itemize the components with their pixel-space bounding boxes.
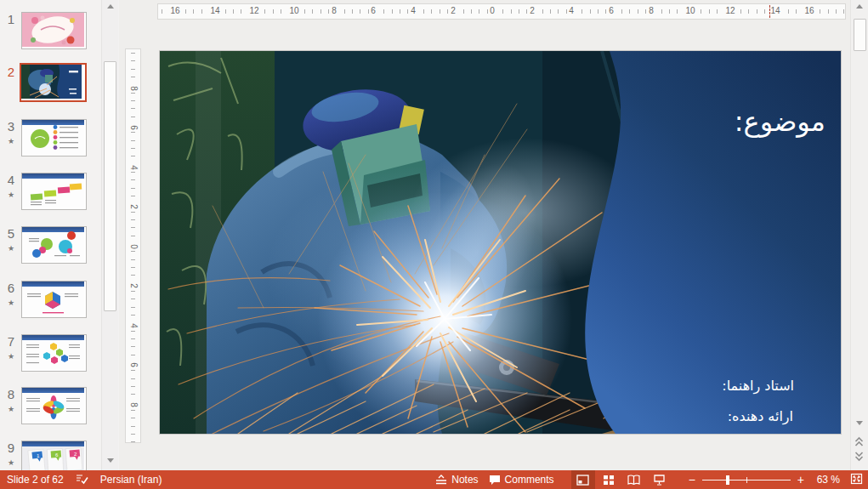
numbered-pins-art: 1 6 2 xyxy=(22,441,84,470)
ruler-label: 4 xyxy=(127,158,139,170)
ruler-label: 6 xyxy=(127,355,139,367)
slide-2-preview[interactable] xyxy=(20,63,87,102)
ruler-label: 2 xyxy=(127,276,139,288)
staggered-tabs-art xyxy=(22,173,84,208)
zoom-in-button[interactable]: + xyxy=(797,474,804,486)
fit-slide-to-window-button[interactable] xyxy=(850,473,863,487)
notes-label: Notes xyxy=(451,474,478,486)
scroll-up-icon[interactable] xyxy=(851,0,868,14)
supervisor-label-text[interactable]: استاد راهنما: xyxy=(722,378,794,394)
slide-thumbnail-7[interactable]: 7 ★ xyxy=(0,334,100,375)
slide-number: 9 xyxy=(3,441,19,456)
slide-thumbnail-1[interactable]: 1 xyxy=(0,12,100,53)
zoom-slider-thumb[interactable] xyxy=(726,475,729,485)
ruler-label: 8 xyxy=(647,5,655,17)
slide-5-preview[interactable] xyxy=(21,226,87,264)
slide-number: 1 xyxy=(3,12,19,27)
scroll-up-icon[interactable] xyxy=(102,0,118,14)
slide-thumbnail-5[interactable]: 5 ★ xyxy=(0,226,100,267)
main-vertical-scrollbar[interactable] xyxy=(850,0,868,470)
next-slide-button[interactable] xyxy=(854,451,865,463)
animation-star-icon: ★ xyxy=(3,244,19,253)
slide-thumbnail-4[interactable]: 4 ★ xyxy=(0,173,100,213)
slide-8-preview[interactable] xyxy=(21,387,87,424)
ruler-label: 10 xyxy=(684,5,696,17)
zoom-slider[interactable] xyxy=(702,475,791,486)
slide-thumbnail-8[interactable]: 8 ★ xyxy=(0,387,100,428)
slide-thumbnail-3[interactable]: 3 ★ xyxy=(0,119,100,160)
slide-number: 4 xyxy=(3,173,19,188)
slide-thumbnail-6[interactable]: 6 ★ xyxy=(0,281,100,321)
ruler-label: 10 xyxy=(287,5,300,17)
ruler-label: 12 xyxy=(247,5,260,17)
slide-counter[interactable]: Slide 2 of 62 xyxy=(7,474,64,486)
ruler-label: 2 xyxy=(127,197,139,209)
ruler-label: 6 xyxy=(607,5,616,17)
thumbnail-panel-scrollbar[interactable] xyxy=(101,0,118,470)
hexagon-pie-art xyxy=(22,281,84,316)
ruler-label: 8 xyxy=(127,79,139,91)
scroll-down-icon[interactable] xyxy=(102,454,118,469)
slide-9-preview[interactable]: 1 6 2 xyxy=(21,441,87,470)
animation-star-icon: ★ xyxy=(3,137,19,145)
welding-title-art xyxy=(21,65,82,99)
zoom-controls: − + 63 % xyxy=(689,474,840,486)
slide-number: 8 xyxy=(3,387,19,402)
reading-view-button[interactable] xyxy=(622,470,646,489)
slide-thumbnail-9[interactable]: 9 ★ 1 6 2 xyxy=(0,441,100,470)
slide-canvas[interactable]: موضوع: استاد راهنما: ارائه دهنده: xyxy=(160,51,841,434)
floral-title-art xyxy=(22,13,84,47)
ruler-label: 4 xyxy=(567,5,576,17)
horizontal-ruler: 16 14 12 10 8 6 4 2 0 2 4 6 8 10 12 14 1… xyxy=(157,3,846,20)
slide-title-text[interactable]: موضوع: xyxy=(735,105,825,138)
scrollbar-thumb[interactable] xyxy=(854,19,866,51)
scrollbar-thumb[interactable] xyxy=(104,61,116,311)
animation-star-icon: ★ xyxy=(3,352,19,361)
ruler-label: 8 xyxy=(127,395,139,407)
circles-art xyxy=(22,227,84,261)
view-shortcuts xyxy=(571,470,672,489)
editing-workspace: 16 14 12 10 8 6 4 2 0 2 4 6 8 10 12 14 1… xyxy=(119,0,851,470)
language-indicator[interactable]: Persian (Iran) xyxy=(100,474,162,486)
slide-number: 3 xyxy=(3,119,19,134)
ruler-label: 8 xyxy=(330,5,338,17)
normal-view-icon xyxy=(576,475,589,486)
comments-label: Comments xyxy=(505,474,554,486)
previous-slide-button[interactable] xyxy=(854,435,865,447)
bullet-list-art xyxy=(22,120,84,154)
fit-window-icon xyxy=(850,473,863,485)
slide-7-preview[interactable] xyxy=(21,334,87,372)
animation-star-icon: ★ xyxy=(3,190,19,199)
comments-button[interactable]: Comments xyxy=(489,474,554,486)
vertical-ruler: 8 6 4 2 0 2 4 6 8 xyxy=(125,48,141,443)
notes-button[interactable]: Notes xyxy=(435,474,478,486)
hexagon-cluster-art xyxy=(22,335,84,369)
zoom-out-button[interactable]: − xyxy=(689,474,695,486)
slide-4-preview[interactable] xyxy=(21,173,87,210)
slide-3-preview[interactable] xyxy=(21,119,87,156)
ruler-label: 2 xyxy=(528,5,536,17)
slide-number: 5 xyxy=(3,226,19,242)
slide-sorter-view-button[interactable] xyxy=(597,470,621,489)
normal-view-button[interactable] xyxy=(571,470,595,489)
ruler-label: 6 xyxy=(369,5,377,17)
scroll-down-icon[interactable] xyxy=(851,417,868,431)
slide-1-preview[interactable] xyxy=(21,12,87,49)
presenter-label-text[interactable]: ارائه دهنده: xyxy=(728,408,793,424)
slide-number: 7 xyxy=(3,334,19,350)
ruler-label: 4 xyxy=(127,316,139,328)
animation-star-icon: ★ xyxy=(3,299,19,307)
spellcheck-icon[interactable] xyxy=(76,473,88,487)
slide-6-preview[interactable] xyxy=(21,281,87,318)
ruler-label: 14 xyxy=(769,5,781,17)
reading-view-icon xyxy=(627,475,640,486)
ruler-label: 4 xyxy=(409,5,417,17)
animation-star-icon: ★ xyxy=(3,458,19,467)
status-bar: Slide 2 of 62 Persian (Iran) Notes Comme… xyxy=(0,470,868,489)
slideshow-view-button[interactable] xyxy=(648,470,672,489)
slide-thumbnail-panel: 1 2 xyxy=(0,0,120,470)
zoom-slider-midpoint xyxy=(746,477,747,483)
slide-thumbnail-2[interactable]: 2 xyxy=(0,65,100,105)
slide-sorter-icon xyxy=(603,475,615,486)
zoom-level[interactable]: 63 % xyxy=(811,474,840,486)
